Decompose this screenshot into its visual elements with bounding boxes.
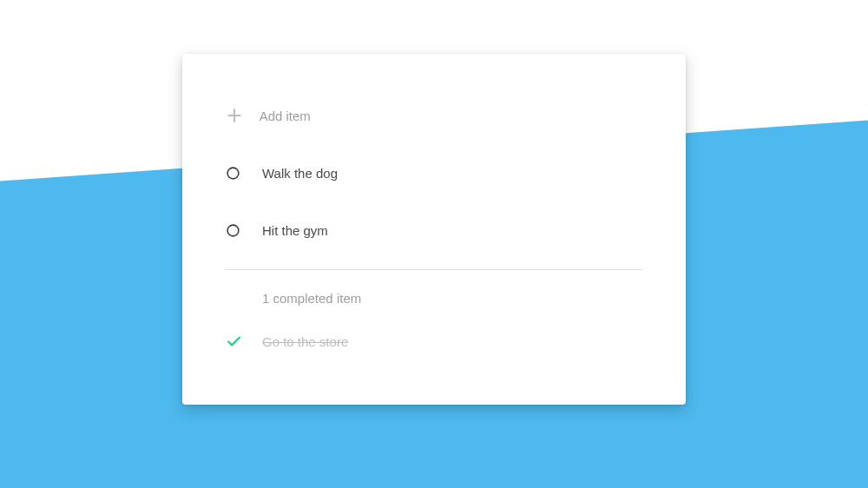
check-icon[interactable] xyxy=(226,333,262,350)
add-item-row[interactable] xyxy=(182,87,686,144)
completed-item-label: Go to the store xyxy=(262,334,348,349)
section-divider xyxy=(226,269,642,270)
completed-item[interactable]: Go to the store xyxy=(182,313,686,370)
completed-count-header: 1 completed item xyxy=(182,277,686,313)
svg-point-3 xyxy=(227,225,239,236)
add-item-input[interactable] xyxy=(260,109,642,123)
plus-icon xyxy=(226,107,260,124)
todo-card: Walk the dog Hit the gym 1 completed ite… xyxy=(182,54,686,405)
todo-item[interactable]: Hit the gym xyxy=(182,201,686,259)
unchecked-circle-icon[interactable] xyxy=(226,223,262,238)
todo-item-label: Hit the gym xyxy=(262,223,328,238)
todo-item[interactable]: Walk the dog xyxy=(182,144,686,201)
unchecked-circle-icon[interactable] xyxy=(226,166,262,181)
svg-point-2 xyxy=(227,168,239,179)
todo-item-label: Walk the dog xyxy=(262,166,338,181)
